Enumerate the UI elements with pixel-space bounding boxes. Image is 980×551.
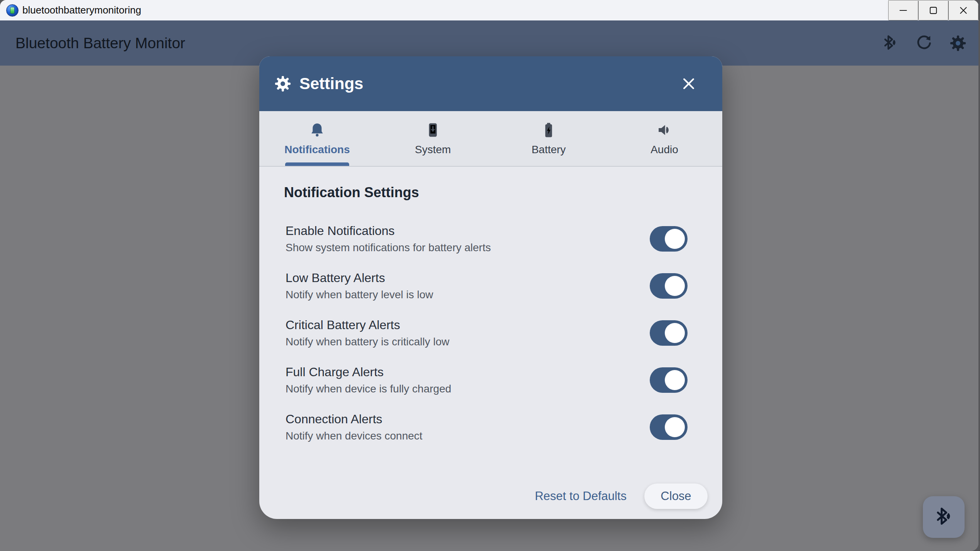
refresh-button[interactable] bbox=[915, 34, 933, 52]
bluetooth-signal-icon bbox=[882, 35, 899, 52]
refresh-icon bbox=[916, 35, 933, 52]
bell-icon bbox=[309, 121, 325, 138]
window-controls bbox=[888, 0, 978, 20]
reset-to-defaults-button[interactable]: Reset to Defaults bbox=[535, 489, 627, 503]
setting-row: Low Battery Alerts Notify when battery l… bbox=[284, 271, 698, 301]
maximize-button[interactable] bbox=[918, 0, 948, 20]
tab-label: Notifications bbox=[284, 144, 350, 156]
app-icon bbox=[6, 4, 19, 17]
setting-label: Enable Notifications bbox=[286, 224, 491, 238]
setting-label: Low Battery Alerts bbox=[286, 271, 433, 285]
tab-label: Battery bbox=[532, 144, 566, 156]
setting-row: Enable Notifications Show system notific… bbox=[284, 224, 698, 254]
minimize-icon bbox=[898, 5, 909, 16]
window-title: bluetoothbatterymonitoring bbox=[22, 4, 141, 16]
settings-body: Notification Settings Enable Notificatio… bbox=[259, 167, 722, 519]
close-dialog-button[interactable]: Close bbox=[644, 483, 708, 509]
setting-label: Full Charge Alerts bbox=[286, 365, 451, 379]
settings-button[interactable] bbox=[949, 34, 967, 52]
setting-description: Notify when battery level is low bbox=[286, 289, 433, 301]
dialog-title: Settings bbox=[299, 74, 363, 93]
maximize-icon bbox=[928, 5, 939, 16]
gear-icon bbox=[949, 34, 967, 52]
setting-label: Critical Battery Alerts bbox=[286, 318, 449, 332]
settings-dialog-header: Settings bbox=[259, 56, 722, 111]
titlebar: bluetoothbatterymonitoring bbox=[0, 0, 978, 20]
header-actions bbox=[881, 20, 967, 66]
tab-label: System bbox=[415, 144, 451, 156]
minimize-button[interactable] bbox=[888, 0, 918, 20]
section-title: Notification Settings bbox=[284, 184, 698, 201]
setting-row: Critical Battery Alerts Notify when batt… bbox=[284, 318, 698, 348]
bluetooth-fab-button[interactable] bbox=[923, 496, 965, 538]
tab-system[interactable]: System bbox=[375, 111, 491, 166]
setting-description: Notify when device is fully charged bbox=[286, 383, 451, 395]
settings-dialog: Settings Notifications System Battery bbox=[259, 56, 722, 519]
setting-description: Show system notifications for battery al… bbox=[286, 242, 491, 254]
close-window-button[interactable] bbox=[948, 0, 978, 20]
toggle-low-battery-alerts[interactable] bbox=[650, 273, 688, 299]
app-title: Bluetooth Battery Monitor bbox=[15, 35, 185, 52]
toggle-connection-alerts[interactable] bbox=[650, 414, 688, 440]
phone-download-icon bbox=[425, 121, 441, 138]
settings-tabbar: Notifications System Battery Audio bbox=[259, 111, 722, 167]
gear-icon bbox=[274, 75, 292, 93]
tab-label: Audio bbox=[651, 144, 678, 156]
setting-row: Connection Alerts Notify when devices co… bbox=[284, 412, 698, 442]
close-icon bbox=[681, 76, 696, 91]
speaker-icon bbox=[656, 121, 672, 138]
tab-battery[interactable]: Battery bbox=[491, 111, 607, 166]
settings-rows: Enable Notifications Show system notific… bbox=[284, 224, 698, 442]
close-icon bbox=[958, 5, 969, 16]
bluetooth-toggle-button[interactable] bbox=[881, 34, 899, 52]
setting-description: Notify when battery is critically low bbox=[286, 336, 449, 348]
bluetooth-signal-icon bbox=[934, 507, 954, 527]
setting-label: Connection Alerts bbox=[286, 412, 422, 426]
tab-audio[interactable]: Audio bbox=[607, 111, 722, 166]
toggle-critical-battery-alerts[interactable] bbox=[650, 320, 688, 346]
toggle-full-charge-alerts[interactable] bbox=[650, 367, 688, 393]
setting-description: Notify when devices connect bbox=[286, 430, 422, 442]
battery-bolt-icon bbox=[541, 121, 557, 138]
dialog-close-button[interactable] bbox=[675, 56, 702, 111]
setting-row: Full Charge Alerts Notify when device is… bbox=[284, 365, 698, 395]
dialog-footer: Reset to Defaults Close bbox=[535, 483, 708, 509]
tab-notifications[interactable]: Notifications bbox=[259, 111, 375, 166]
toggle-enable-notifications[interactable] bbox=[650, 226, 688, 252]
